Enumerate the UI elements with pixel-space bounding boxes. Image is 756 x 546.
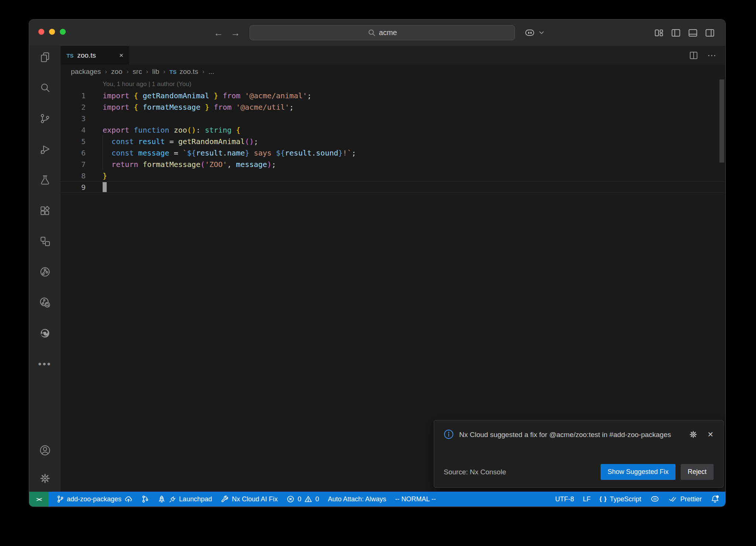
settings-gear-icon[interactable] <box>39 472 51 484</box>
indent-guide <box>103 158 103 170</box>
problems-status[interactable]: 0 0 <box>282 492 323 506</box>
nx-console-icon[interactable] <box>39 266 51 278</box>
search-icon[interactable] <box>39 82 51 94</box>
breadcrumb-overflow[interactable]: ... <box>209 68 214 76</box>
line-number: 8 <box>61 171 86 180</box>
wrench-icon <box>221 495 229 503</box>
tab-label: zoo.ts <box>77 51 96 59</box>
launchpad-status[interactable]: Launchpad <box>153 492 216 506</box>
copilot-status[interactable] <box>646 492 664 506</box>
code-line-3[interactable]: 3 <box>61 113 725 124</box>
gitlens-blame-annotation[interactable]: You, 1 hour ago | 1 author (You) <box>103 79 191 90</box>
toggle-primary-sidebar-icon[interactable] <box>671 28 681 38</box>
error-icon <box>286 495 295 503</box>
toggle-secondary-sidebar-icon[interactable] <box>705 28 715 38</box>
plug-icon <box>169 495 176 503</box>
breadcrumb-file[interactable]: TS zoo.ts <box>169 68 198 76</box>
line-number: 5 <box>61 137 86 146</box>
warning-icon <box>304 495 312 503</box>
commit-graph-icon <box>141 495 149 503</box>
chevron-right-icon: › <box>127 68 129 75</box>
nx-project-graph-icon[interactable] <box>39 235 51 247</box>
copilot-icon[interactable] <box>524 28 536 38</box>
search-value: acme <box>379 28 397 37</box>
search-icon <box>368 29 376 37</box>
explorer-icon[interactable] <box>39 51 51 63</box>
cloud-upload-icon <box>124 495 133 503</box>
code-line-1[interactable]: 1import { getRandomAnimal } from '@acme/… <box>61 90 725 101</box>
git-branch-status[interactable]: add-zoo-packages <box>52 492 137 506</box>
code-line-5[interactable]: 5 const result = getRandomAnimal(); <box>61 136 725 147</box>
chevron-down-icon[interactable] <box>539 31 544 35</box>
source-control-icon[interactable] <box>39 113 51 124</box>
accounts-icon[interactable] <box>39 444 51 456</box>
notification-close-icon[interactable]: ✕ <box>707 430 714 439</box>
line-number: 7 <box>61 160 86 169</box>
remote-indicator[interactable]: >< <box>29 492 48 506</box>
notification-source: Source: Nx Console <box>444 468 506 476</box>
command-center-search[interactable]: acme <box>250 25 515 40</box>
back-arrow-icon[interactable]: ← <box>214 27 223 39</box>
double-check-icon <box>669 495 677 503</box>
show-suggested-fix-button[interactable]: Show Suggested Fix <box>601 464 676 480</box>
indent-guide <box>103 147 103 158</box>
braces-icon: { } <box>599 496 607 502</box>
vertical-scrollbar[interactable] <box>719 79 724 163</box>
chevron-right-icon: › <box>163 68 165 75</box>
notifications-bell-icon[interactable] <box>706 492 720 506</box>
close-window-button[interactable] <box>38 29 44 35</box>
notification-settings-gear-icon[interactable] <box>689 430 698 439</box>
extensions-icon[interactable] <box>39 205 51 216</box>
edge-tools-icon[interactable] <box>39 327 51 339</box>
text-cursor <box>103 182 107 192</box>
code-line-9[interactable]: 9 <box>61 181 725 193</box>
toggle-panel-icon[interactable] <box>688 28 698 38</box>
code-line-6[interactable]: 6 const message = `${result.name} says $… <box>61 147 725 158</box>
code-line-7[interactable]: 7 return formatMessage('ZOO', message); <box>61 158 725 170</box>
line-number: 2 <box>61 103 86 112</box>
commit-graph-status[interactable] <box>137 492 153 506</box>
zoom-window-button[interactable] <box>60 29 66 35</box>
tab-zoo-ts[interactable]: TS zoo.ts × <box>61 46 129 65</box>
code-line-4[interactable]: 4export function zoo(): string { <box>61 124 725 136</box>
breadcrumb-item[interactable]: zoo <box>111 68 123 76</box>
prettier-status[interactable]: Prettier <box>664 492 706 506</box>
nx-graph-search-icon[interactable] <box>39 297 51 308</box>
auto-attach-status[interactable]: Auto Attach: Always <box>323 492 391 506</box>
vim-mode-status[interactable]: -- NORMAL -- <box>391 492 440 506</box>
breadcrumb-item[interactable]: packages <box>71 68 101 76</box>
code-line-2[interactable]: 2import { formatMessage } from '@acme/ut… <box>61 101 725 113</box>
close-tab-icon[interactable]: × <box>119 51 123 59</box>
nx-cloud-ai-fix-status[interactable]: Nx Cloud AI Fix <box>216 492 282 506</box>
warning-count: 0 <box>315 495 319 503</box>
notification-toast: Nx Cloud suggested a fix for @acme/zoo:t… <box>434 420 724 488</box>
chevron-right-icon: › <box>146 68 148 75</box>
line-number: 9 <box>61 183 86 192</box>
activity-bar: ••• <box>29 46 61 492</box>
typescript-file-icon: TS <box>169 69 176 75</box>
forward-arrow-icon[interactable]: → <box>231 27 240 39</box>
info-icon <box>444 429 454 439</box>
minimize-window-button[interactable] <box>49 29 55 35</box>
chevron-right-icon: › <box>105 68 107 75</box>
customize-layout-icon[interactable] <box>654 28 664 38</box>
typescript-file-icon: TS <box>66 52 73 59</box>
line-number: 3 <box>61 114 86 123</box>
code-lines: 1import { getRandomAnimal } from '@acme/… <box>61 90 725 193</box>
run-debug-icon[interactable] <box>39 143 51 155</box>
line-number: 4 <box>61 126 86 134</box>
encoding-status[interactable]: UTF-8 <box>551 492 578 506</box>
testing-icon[interactable] <box>39 174 51 186</box>
code-line-8[interactable]: 8} <box>61 170 725 181</box>
editor-more-actions-icon[interactable]: ⋯ <box>707 54 717 57</box>
copilot-icon <box>650 495 660 504</box>
more-actions-icon[interactable]: ••• <box>39 358 51 370</box>
reject-button[interactable]: Reject <box>681 464 714 480</box>
language-status[interactable]: { } TypeScript <box>595 492 646 506</box>
split-editor-icon[interactable] <box>689 51 698 60</box>
breadcrumb-item[interactable]: src <box>133 68 142 76</box>
eol-status[interactable]: LF <box>578 492 595 506</box>
breadcrumb-item[interactable]: lib <box>152 68 159 76</box>
error-count: 0 <box>298 495 301 503</box>
status-bar: >< add-zoo-packages <box>29 492 725 506</box>
